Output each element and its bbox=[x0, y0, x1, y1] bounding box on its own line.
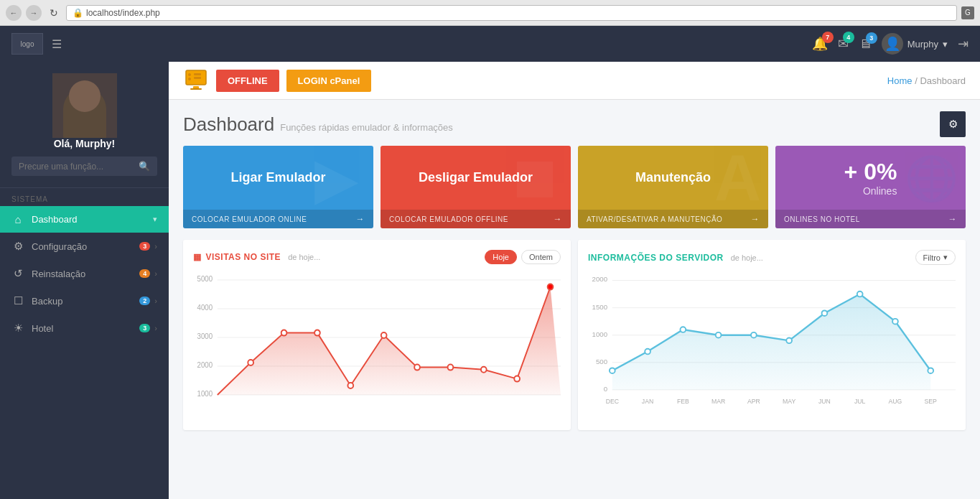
hamburger-icon: ☰ bbox=[52, 38, 62, 50]
breadcrumb-home[interactable]: Home bbox=[887, 75, 913, 86]
sidebar-item-reinstalacao[interactable]: ↺ Reinstalação 4 › bbox=[0, 260, 169, 287]
chevron-right-icon: › bbox=[154, 242, 157, 251]
server-chart-title: INFORMAÇÕES DO SERVIDOR de hoje... bbox=[588, 253, 763, 263]
card-ligar-title: Ligar Emulador bbox=[230, 170, 325, 185]
alerts-badge: 3 bbox=[866, 32, 877, 44]
svg-text:0: 0 bbox=[604, 385, 607, 393]
server-title-text: INFORMAÇÕES DO SERVIDOR bbox=[588, 253, 724, 263]
logout-button[interactable]: ⇥ bbox=[958, 36, 969, 52]
svg-text:FEB: FEB bbox=[677, 398, 689, 405]
svg-text:1500: 1500 bbox=[592, 303, 607, 311]
back-button[interactable]: ← bbox=[6, 5, 22, 21]
card-ligar-emulador[interactable]: ▶ Ligar Emulador COLOCAR EMULADOR ONLINE… bbox=[183, 146, 373, 228]
filter-chevron-icon: ▾ bbox=[943, 253, 948, 262]
hamburger-button[interactable]: ☰ bbox=[52, 37, 62, 51]
emulator-icon bbox=[183, 67, 209, 93]
server-subtitle: de hoje... bbox=[731, 253, 763, 262]
notifications-button[interactable]: 🔔 7 bbox=[812, 36, 828, 52]
svg-text:MAY: MAY bbox=[783, 398, 795, 405]
card-desligar-body: ⏹ Desligar Emulador bbox=[381, 146, 571, 210]
svg-text:AUG: AUG bbox=[889, 398, 902, 405]
server-chart-panel: INFORMAÇÕES DO SERVIDOR de hoje... Filtr… bbox=[578, 240, 966, 430]
sidebar-profile: Olá, Murphy! 🔍 bbox=[0, 62, 169, 188]
card-manutencao-body: A Manutenção bbox=[578, 146, 768, 210]
page-title: Dashboard Funções rápidas emulador & inf… bbox=[183, 113, 453, 136]
user-menu[interactable]: 👤 Murphy ▾ bbox=[882, 33, 948, 55]
reload-button[interactable]: ↻ bbox=[46, 5, 62, 21]
page-title-section: Dashboard Funções rápidas emulador & inf… bbox=[169, 100, 980, 146]
breadcrumb-current: Dashboard bbox=[920, 75, 966, 86]
sidebar-label-configuracao: Configuração bbox=[32, 241, 139, 252]
address-bar: 🔒 localhost/index.php bbox=[66, 5, 957, 21]
chevron-right-icon2: › bbox=[154, 269, 157, 278]
sidebar-item-configuracao[interactable]: ⚙ Configuração 3 › bbox=[0, 233, 169, 260]
chevron-down-icon: ▾ bbox=[153, 215, 157, 224]
card-manutencao-footer-text: ATIVAR/DESATIVAR A MANUTENÇÃO bbox=[587, 215, 722, 223]
action-cards: ▶ Ligar Emulador COLOCAR EMULADOR ONLINE… bbox=[169, 146, 980, 240]
forward-button[interactable]: → bbox=[26, 5, 42, 21]
url-text: localhost/index.php bbox=[86, 8, 160, 18]
svg-point-18 bbox=[248, 360, 253, 365]
server-chart-header: INFORMAÇÕES DO SERVIDOR de hoje... Filtr… bbox=[588, 250, 956, 265]
card-desligar-footer: COLOCAR EMULADOR OFFLINE → bbox=[381, 210, 571, 228]
svg-point-51 bbox=[680, 327, 686, 332]
server-filter-dropdown[interactable]: Filtro ▾ bbox=[915, 250, 956, 265]
card-desligar-emulador[interactable]: ⏹ Desligar Emulador COLOCAR EMULADOR OFF… bbox=[381, 146, 571, 228]
svg-point-26 bbox=[514, 376, 520, 382]
alerts-button[interactable]: 🖥 3 bbox=[859, 37, 872, 52]
reinstall-icon: ↺ bbox=[11, 267, 24, 280]
svg-point-2 bbox=[188, 78, 191, 80]
offline-button[interactable]: OFFLINE bbox=[216, 70, 279, 92]
sidebar-item-backup[interactable]: ☐ Backup 2 › bbox=[0, 287, 169, 314]
svg-text:500: 500 bbox=[596, 358, 607, 365]
card-onlines-footer: ONLINES NO HOTEL → bbox=[775, 210, 966, 228]
search-icon[interactable]: 🔍 bbox=[139, 161, 150, 172]
logo: logo bbox=[11, 33, 43, 55]
card-desligar-arrow: → bbox=[554, 214, 563, 224]
visits-title-text: VISITAS NO SITE bbox=[206, 252, 281, 262]
sidebar-item-hotel[interactable]: ☀ Hotel 3 › bbox=[0, 314, 169, 342]
sidebar-label-backup: Backup bbox=[32, 296, 139, 307]
sidebar-item-dashboard[interactable]: ⌂ Dashboard ▾ bbox=[0, 206, 169, 233]
chart-bar-icon: ▦ bbox=[193, 252, 202, 262]
extension-icon: G bbox=[961, 6, 974, 19]
svg-point-1 bbox=[188, 73, 191, 76]
svg-rect-6 bbox=[190, 88, 202, 90]
chevron-right-icon4: › bbox=[154, 324, 157, 332]
card-ligar-arrow: → bbox=[356, 214, 365, 224]
visits-chart-svg: 5000 4000 3000 2000 1000 bbox=[193, 273, 561, 416]
filter-ontem-button[interactable]: Ontem bbox=[521, 250, 561, 264]
backup-badge: 2 bbox=[139, 297, 150, 305]
card-onlines-text: + 0% Onlines bbox=[844, 159, 897, 197]
card-manutencao[interactable]: A Manutenção ATIVAR/DESATIVAR A MANUTENÇ… bbox=[578, 146, 768, 228]
page-subtitle: Funções rápidas emulador & informações bbox=[280, 122, 453, 133]
svg-text:4000: 4000 bbox=[197, 304, 213, 312]
svg-text:3000: 3000 bbox=[197, 332, 213, 340]
app-header: logo ☰ 🔔 7 ✉ 4 🖥 3 👤 Murphy ▾ ⇥ bbox=[0, 26, 980, 62]
messages-button[interactable]: ✉ 4 bbox=[838, 36, 849, 52]
card-manutencao-title: Manutenção bbox=[635, 170, 711, 185]
sidebar-label-hotel: Hotel bbox=[32, 323, 139, 334]
page-settings-button[interactable]: ⚙ bbox=[940, 111, 966, 137]
svg-point-52 bbox=[716, 332, 722, 338]
messages-badge: 4 bbox=[843, 32, 854, 43]
sidebar: Olá, Murphy! 🔍 SISTEMA ⌂ Dashboard ▾ ⚙ C… bbox=[0, 62, 169, 499]
sidebar-search-input[interactable] bbox=[19, 162, 134, 172]
visits-filters: Hoje Ontem bbox=[485, 250, 561, 264]
card-manutencao-footer: ATIVAR/DESATIVAR A MANUTENÇÃO → bbox=[578, 210, 768, 228]
sidebar-section-sistema: SISTEMA bbox=[0, 188, 169, 206]
svg-marker-48 bbox=[612, 294, 930, 390]
svg-rect-4 bbox=[194, 77, 201, 79]
visits-subtitle: de hoje... bbox=[288, 253, 320, 261]
backup-icon: ☐ bbox=[11, 294, 24, 307]
profile-avatar bbox=[52, 73, 117, 138]
filter-hoje-button[interactable]: Hoje bbox=[485, 250, 517, 264]
card-onlines-arrow: → bbox=[948, 214, 958, 224]
login-cpanel-button[interactable]: LOGIN cPanel bbox=[286, 70, 372, 92]
visits-chart-header: ▦ VISITAS NO SITE de hoje... Hoje Ontem bbox=[193, 250, 561, 264]
svg-point-25 bbox=[481, 367, 487, 373]
charts-row: ▦ VISITAS NO SITE de hoje... Hoje Ontem … bbox=[169, 240, 980, 442]
card-onlines-big-text: + 0% bbox=[844, 159, 897, 185]
card-onlines[interactable]: 🌐 + 0% Onlines ONLINES NO HOTEL → bbox=[775, 146, 966, 228]
svg-point-21 bbox=[347, 383, 353, 388]
